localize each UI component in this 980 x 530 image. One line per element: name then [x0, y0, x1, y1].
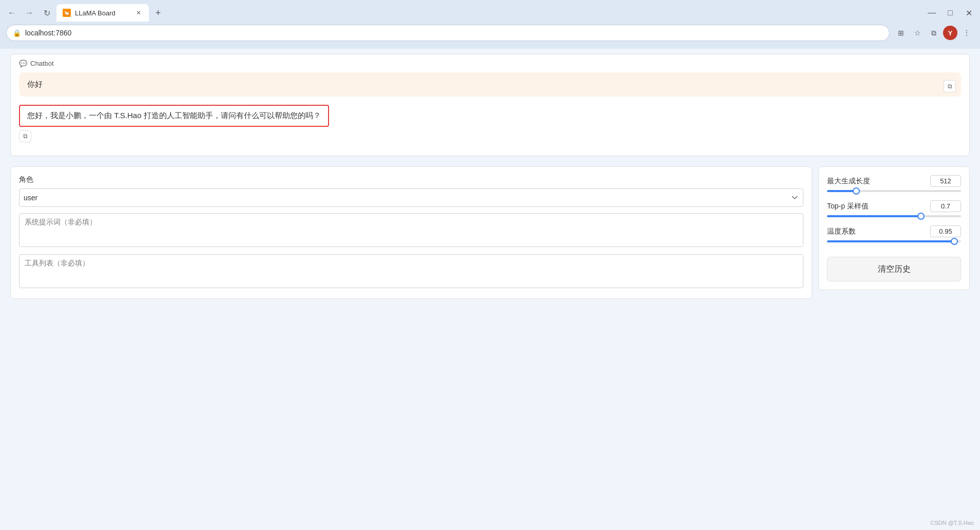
max-gen-value[interactable] [930, 175, 961, 187]
forward-button[interactable]: → [22, 5, 37, 21]
chatbot-label-text: Chatbot [30, 60, 54, 67]
user-message: 你好 ⧉ [19, 72, 961, 97]
copy-user-message-button[interactable]: ⧉ [944, 80, 956, 92]
max-gen-slider[interactable] [827, 190, 961, 192]
tab-bar: ← → ↻ 🦙 LLaMA Board ✕ + — □ ✕ [0, 0, 980, 22]
page-content: 💬 Chatbot 你好 ⧉ 您好，我是小鹏，一个由 T.S.Hao 打造的人工… [0, 49, 980, 530]
window-controls: — □ ✕ [925, 6, 976, 20]
tab-close-button[interactable]: ✕ [134, 9, 143, 17]
temp-value[interactable] [930, 225, 961, 237]
tools-list-input[interactable] [19, 254, 803, 288]
temp-row: 温度系数 [827, 225, 961, 237]
back-button[interactable]: ← [4, 5, 20, 21]
assistant-message-text: 您好，我是小鹏，一个由 T.S.Hao 打造的人工智能助手，请问有什么可以帮助您… [19, 105, 329, 127]
left-controls-panel: 角色 user [10, 166, 812, 299]
assistant-message: 您好，我是小鹏，一个由 T.S.Hao 打造的人工智能助手，请问有什么可以帮助您… [19, 105, 961, 142]
temp-label: 温度系数 [827, 227, 856, 236]
maximize-button[interactable]: □ [943, 6, 957, 20]
tab-title: LLaMA Board [75, 9, 130, 17]
system-prompt-input[interactable] [19, 213, 803, 247]
profile-avatar[interactable]: Y [943, 26, 957, 40]
role-select[interactable]: user [19, 188, 803, 207]
url-text: localhost:7860 [25, 29, 71, 37]
role-label: 角色 [19, 175, 803, 184]
right-controls-panel: 最大生成长度 Top-p 采样值 [818, 166, 970, 290]
clear-history-button[interactable]: 清空历史 [827, 257, 961, 281]
chatbot-icon: 💬 [19, 60, 27, 67]
max-gen-label: 最大生成长度 [827, 177, 870, 186]
top-p-row: Top-p 采样值 [827, 200, 961, 212]
lock-icon: 🔒 [13, 29, 21, 37]
translate-button[interactable]: ⊞ [894, 26, 908, 40]
top-p-value[interactable] [930, 200, 961, 212]
watermark: CSDN @T.S.Hao [930, 520, 974, 526]
address-bar: 🔒 localhost:7860 ⊞ ☆ ⧉ Y ⋮ [0, 22, 980, 44]
chatbot-panel: 💬 Chatbot 你好 ⧉ 您好，我是小鹏，一个由 T.S.Hao 打造的人工… [10, 54, 970, 156]
top-p-slider[interactable] [827, 215, 961, 217]
role-section: 角色 user [19, 175, 803, 207]
extensions-button[interactable]: ⧉ [927, 26, 941, 40]
temp-slider[interactable] [827, 240, 961, 242]
controls-area: 角色 user 最大生成长度 To [10, 161, 970, 299]
user-message-text: 你好 [27, 80, 43, 88]
reload-button[interactable]: ↻ [39, 5, 54, 21]
browser-menu-button[interactable]: ⋮ [959, 26, 974, 40]
max-gen-row: 最大生成长度 [827, 175, 961, 187]
address-right-controls: ⊞ ☆ ⧉ Y ⋮ [894, 26, 974, 40]
chatbot-section: 💬 Chatbot 你好 ⧉ 您好，我是小鹏，一个由 T.S.Hao 打造的人工… [11, 54, 969, 156]
window-close-button[interactable]: ✕ [962, 6, 976, 20]
tab-favicon: 🦙 [63, 9, 71, 17]
url-bar[interactable]: 🔒 localhost:7860 [6, 25, 890, 41]
active-tab[interactable]: 🦙 LLaMA Board ✕ [56, 4, 149, 22]
bookmark-button[interactable]: ☆ [910, 26, 925, 40]
chatbot-label: 💬 Chatbot [19, 60, 961, 67]
top-p-label: Top-p 采样值 [827, 202, 869, 211]
copy-assistant-message-button[interactable]: ⧉ [19, 130, 31, 142]
minimize-button[interactable]: — [925, 6, 939, 20]
new-tab-button[interactable]: + [151, 6, 165, 20]
browser-chrome: ← → ↻ 🦙 LLaMA Board ✕ + — □ ✕ 🔒 localhos… [0, 0, 980, 49]
